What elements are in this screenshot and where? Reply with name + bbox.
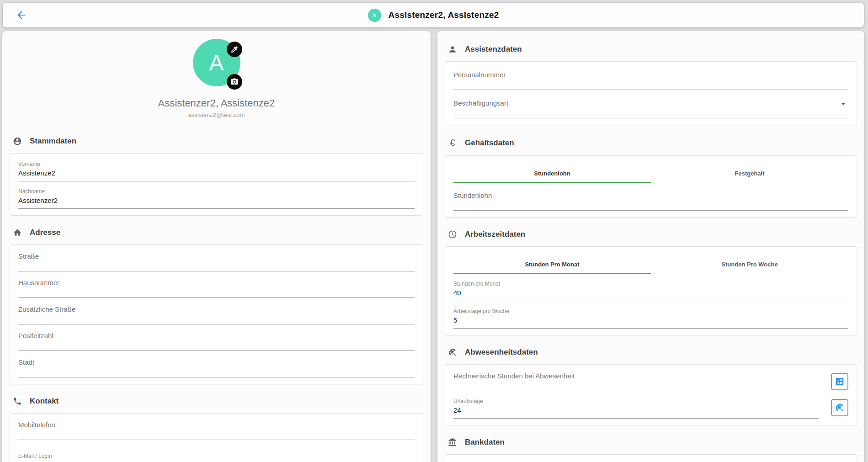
postleitzahl-field[interactable]: Postleitzahl xyxy=(18,332,415,351)
field-underline xyxy=(453,391,819,391)
gehaltsdaten-section-header: € Gehaltsdaten xyxy=(437,138,864,148)
beschaeftigungsart-label: Beschäftigungsart xyxy=(453,99,848,107)
field-underline xyxy=(18,271,415,271)
calculate-hours-button[interactable] xyxy=(831,373,848,390)
top-bar: A Assistenzer2, Assistenze2 xyxy=(3,3,864,27)
bank-icon xyxy=(448,438,457,447)
hausnummer-field[interactable]: Hausnummer xyxy=(18,279,415,298)
field-underline xyxy=(18,181,415,181)
bankdaten-title: Bankdaten xyxy=(465,438,505,447)
field-underline xyxy=(18,440,415,440)
field-underline xyxy=(18,350,415,351)
zusaetzliche-strasse-field[interactable]: Zusätzliche Straße xyxy=(18,305,415,324)
topbar-title-group: A Assistenzer2, Assistenze2 xyxy=(368,9,499,22)
rechnerische-stunden-field[interactable]: Rechnerische Stunden bei Abwesenheit xyxy=(453,372,819,391)
edit-avatar-color-button[interactable] xyxy=(227,42,242,57)
field-underline xyxy=(453,90,848,90)
gehaltsdaten-card: Stundenlohn Festgehalt Stundenlohn xyxy=(445,155,857,218)
vacation-days-button[interactable] xyxy=(831,399,848,416)
field-underline xyxy=(18,324,415,324)
upload-photo-button[interactable] xyxy=(227,74,242,90)
data-panel: Assistenzdaten Personalnummer Beschäftig… xyxy=(437,31,864,462)
vorname-label: Vorname xyxy=(18,161,415,167)
kontakt-card: Mobiltelefon E-Mail / Login assistenz2@t… xyxy=(10,413,423,462)
strasse-field[interactable]: Straße xyxy=(18,252,415,271)
rechnerische-stunden-row: Rechnerische Stunden bei Abwesenheit xyxy=(453,372,848,391)
urlaubstage-field[interactable]: Urlaubstage 24 xyxy=(453,398,819,419)
kontakt-title: Kontakt xyxy=(30,397,59,406)
arbeitstage-pro-woche-label: Arbeitstage pro Woche xyxy=(453,308,848,314)
urlaubstage-row: Urlaubstage 24 xyxy=(453,398,848,419)
arbeitstage-pro-woche-value: 5 xyxy=(453,316,848,324)
nachname-field[interactable]: Nachname Assistenzer2 xyxy=(18,188,415,209)
euro-icon: € xyxy=(448,138,457,148)
field-underline xyxy=(18,208,415,209)
arbeitstage-pro-woche-field[interactable]: Arbeitstage pro Woche 5 xyxy=(453,308,848,329)
profile-avatar-block: A xyxy=(193,39,240,86)
assistenzdaten-card: Personalnummer Beschäftigungsart xyxy=(445,61,857,125)
clock-icon xyxy=(448,230,457,239)
gehaltsdaten-title: Gehaltsdaten xyxy=(465,138,514,148)
field-underline xyxy=(453,301,848,301)
nachname-value: Assistenzer2 xyxy=(18,196,415,204)
home-icon xyxy=(13,228,22,237)
stammdaten-title: Stammdaten xyxy=(30,137,76,146)
profile-name: Assistenzer2, Assistenze2 xyxy=(2,97,431,109)
strasse-label: Straße xyxy=(18,252,415,260)
stunden-pro-monat-value: 40 xyxy=(453,289,848,297)
field-underline xyxy=(453,210,848,211)
vorname-value: Assistenze2 xyxy=(18,169,415,177)
personalnummer-field[interactable]: Personalnummer xyxy=(453,71,848,90)
stunden-pro-monat-field[interactable]: Stunden pro Monat 40 xyxy=(453,281,848,301)
active-tab-indicator xyxy=(453,273,651,274)
arbeitszeitdaten-tabs: Stunden Pro Monat Stunden Pro Woche xyxy=(453,254,848,274)
field-underline xyxy=(18,377,415,377)
field-underline xyxy=(453,328,848,329)
back-button[interactable] xyxy=(15,8,28,22)
bankdaten-section-header: Bankdaten xyxy=(437,438,864,447)
stammdaten-section-header: Stammdaten xyxy=(2,137,431,146)
mobiltelefon-field[interactable]: Mobiltelefon xyxy=(18,421,415,440)
field-underline xyxy=(18,297,415,298)
arrow-back-icon xyxy=(16,9,27,21)
stammdaten-card: Vorname Assistenze2 Nachname Assistenzer… xyxy=(10,153,423,216)
chevron-down-icon xyxy=(841,103,846,105)
person-icon xyxy=(448,45,457,54)
abwesenheitsdaten-section-header: Abwesenheitsdaten xyxy=(437,348,864,357)
active-tab-indicator xyxy=(453,182,651,183)
colorize-icon xyxy=(230,45,239,53)
bankdaten-card: IBAN xyxy=(445,454,857,462)
urlaubstage-value: 24 xyxy=(453,406,819,414)
header-avatar-letter: A xyxy=(372,12,376,19)
stundenlohn-label: Stundenlohn xyxy=(453,191,848,199)
tab-stunden-pro-monat[interactable]: Stunden Pro Monat xyxy=(453,254,651,274)
personalnummer-label: Personalnummer xyxy=(453,71,848,79)
calculator-icon xyxy=(835,377,845,387)
kontakt-section-header: Kontakt xyxy=(2,397,431,406)
assistenzdaten-title: Assistenzdaten xyxy=(465,45,522,54)
email-login-field[interactable]: E-Mail / Login assistenz2@test.com xyxy=(18,453,415,462)
arbeitszeitdaten-title: Arbeitszeitdaten xyxy=(465,230,525,239)
page-title: Assistenzer2, Assistenze2 xyxy=(389,10,499,20)
camera-icon xyxy=(230,78,239,86)
urlaubstage-label: Urlaubstage xyxy=(453,398,819,404)
stundenlohn-field[interactable]: Stundenlohn xyxy=(453,191,848,211)
zusaetzliche-strasse-label: Zusätzliche Straße xyxy=(18,305,415,313)
gehaltsdaten-tabs: Stundenlohn Festgehalt xyxy=(453,163,848,183)
person-circle-icon xyxy=(13,137,22,146)
beschaeftigungsart-select[interactable]: Beschäftigungsart xyxy=(453,99,848,118)
beach-umbrella-icon xyxy=(448,348,457,357)
field-underline xyxy=(453,418,819,419)
stunden-pro-monat-label: Stunden pro Monat xyxy=(453,281,848,287)
profile-avatar-letter: A xyxy=(209,50,224,75)
profile-email: assistenz2@test.com xyxy=(2,112,431,118)
postleitzahl-label: Postleitzahl xyxy=(18,332,415,340)
beach-umbrella-icon xyxy=(835,403,845,413)
adresse-title: Adresse xyxy=(30,228,60,237)
stadt-field[interactable]: Stadt xyxy=(18,358,415,377)
vorname-field[interactable]: Vorname Assistenze2 xyxy=(18,161,415,181)
tab-stunden-pro-woche[interactable]: Stunden Pro Woche xyxy=(651,254,848,274)
tab-stundenlohn[interactable]: Stundenlohn xyxy=(453,163,651,183)
profile-panel: A Assistenzer2, Assistenze2 assistenz2@t… xyxy=(2,31,431,462)
tab-festgehalt[interactable]: Festgehalt xyxy=(651,163,848,183)
